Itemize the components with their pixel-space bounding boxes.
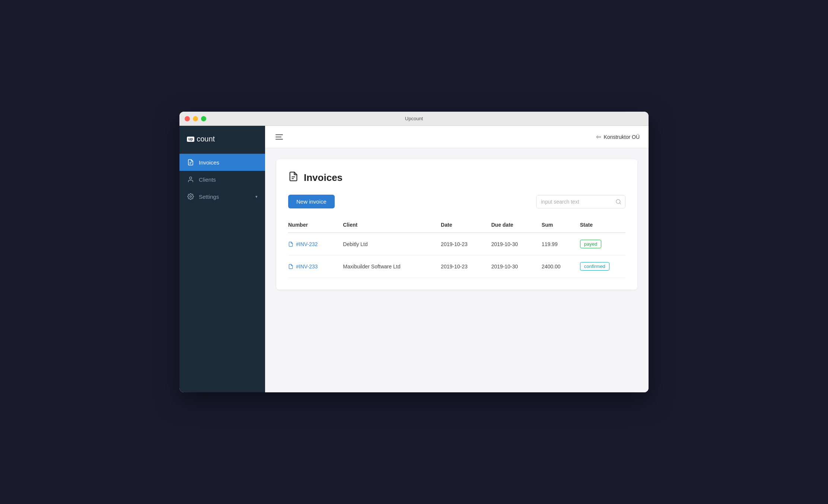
window-controls <box>185 116 206 121</box>
app-window: Upcount up count <box>179 112 649 392</box>
table-body: #INV-232 Debitly Ltd 2019-10-23 2019-10-… <box>288 233 625 278</box>
search-input[interactable] <box>536 195 612 208</box>
cell-number-0: #INV-232 <box>288 233 343 255</box>
cell-state-1: confirmed <box>580 255 625 278</box>
table-row: #INV-232 Debitly Ltd 2019-10-23 2019-10-… <box>288 233 625 255</box>
sidebar-settings-label: Settings <box>199 194 251 200</box>
cell-state-0: payed <box>580 233 625 255</box>
cell-due-date-0: 2019-10-30 <box>491 233 541 255</box>
main-content: ⇦ Konstruktor OÜ <box>265 126 649 392</box>
cell-client-0: Debitly Ltd <box>343 233 441 255</box>
page-header: Invoices <box>288 171 625 184</box>
status-badge: payed <box>580 240 601 248</box>
menu-toggle-button[interactable] <box>274 133 284 141</box>
col-due-date: Due date <box>491 217 541 233</box>
cell-number-1: #INV-233 <box>288 255 343 278</box>
content-card: Invoices New invoice <box>276 159 637 290</box>
cell-due-date-1: 2019-10-30 <box>491 255 541 278</box>
hamburger-line-1 <box>276 134 283 135</box>
status-badge: confirmed <box>580 262 609 271</box>
page-content: Invoices New invoice <box>265 148 649 392</box>
page-title: Invoices <box>304 172 343 184</box>
table-row: #INV-233 Maxibuilder Software Ltd 2019-1… <box>288 255 625 278</box>
company-icon: ⇦ <box>596 133 601 140</box>
invoice-table: Number Client Date Due date Sum State <box>288 217 625 278</box>
table-header-row: Number Client Date Due date Sum State <box>288 217 625 233</box>
svg-point-2 <box>190 177 192 179</box>
cell-date-1: 2019-10-23 <box>441 255 491 278</box>
sidebar-nav: Invoices Clients <box>179 154 265 205</box>
invoice-icon <box>187 159 194 166</box>
chevron-down-icon: ▾ <box>255 194 258 199</box>
invoice-doc-icon <box>288 264 293 269</box>
topbar-left <box>274 133 284 141</box>
minimize-button[interactable] <box>193 116 198 121</box>
maximize-button[interactable] <box>201 116 206 121</box>
col-client: Client <box>343 217 441 233</box>
invoice-doc-icon <box>288 242 293 247</box>
topbar: ⇦ Konstruktor OÜ <box>265 126 649 148</box>
logo-box: up count <box>187 135 215 143</box>
search-box <box>536 195 625 208</box>
table-head: Number Client Date Due date Sum State <box>288 217 625 233</box>
sidebar-invoices-label: Invoices <box>199 159 258 166</box>
cell-date-0: 2019-10-23 <box>441 233 491 255</box>
company-selector[interactable]: ⇦ Konstruktor OÜ <box>596 133 640 140</box>
cell-sum-0: 119.99 <box>542 233 580 255</box>
close-button[interactable] <box>185 116 190 121</box>
sidebar-clients-label: Clients <box>199 176 258 183</box>
settings-icon <box>187 193 194 200</box>
col-date: Date <box>441 217 491 233</box>
col-sum: Sum <box>542 217 580 233</box>
titlebar: Upcount <box>179 112 649 126</box>
sidebar-item-clients[interactable]: Clients <box>179 171 265 188</box>
new-invoice-button[interactable]: New invoice <box>288 195 335 208</box>
col-state: State <box>580 217 625 233</box>
search-button[interactable] <box>612 195 625 208</box>
app-layout: up count Invoices <box>179 126 649 392</box>
logo: up count <box>179 126 265 154</box>
hamburger-line-2 <box>276 137 281 137</box>
logo-count: count <box>197 135 215 143</box>
svg-point-3 <box>190 196 192 198</box>
invoice-link-0[interactable]: #INV-232 <box>288 241 337 247</box>
company-name: Konstruktor OÜ <box>604 134 640 140</box>
hamburger-line-3 <box>276 139 283 140</box>
svg-line-7 <box>620 203 621 204</box>
cell-client-1: Maxibuilder Software Ltd <box>343 255 441 278</box>
sidebar: up count Invoices <box>179 126 265 392</box>
toolbar: New invoice <box>288 195 625 208</box>
col-number: Number <box>288 217 343 233</box>
logo-up: up <box>187 137 194 142</box>
clients-icon <box>187 176 194 183</box>
sidebar-item-settings[interactable]: Settings ▾ <box>179 188 265 205</box>
cell-sum-1: 2400.00 <box>542 255 580 278</box>
invoice-link-1[interactable]: #INV-233 <box>288 264 337 269</box>
sidebar-item-invoices[interactable]: Invoices <box>179 154 265 171</box>
window-title: Upcount <box>405 116 423 121</box>
page-header-icon <box>288 171 299 184</box>
